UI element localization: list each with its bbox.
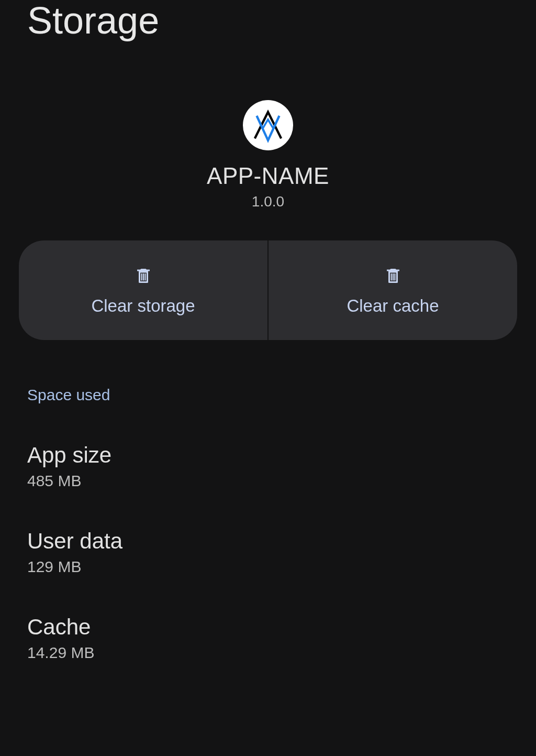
clear-storage-label: Clear storage bbox=[91, 296, 195, 316]
app-size-value: 485 MB bbox=[27, 472, 509, 490]
cache-value: 14.29 MB bbox=[27, 644, 509, 662]
list-item: Cache 14.29 MB bbox=[27, 615, 509, 662]
clear-cache-button[interactable]: Clear cache bbox=[269, 240, 517, 340]
action-row: Clear storage Clear cache bbox=[19, 240, 517, 340]
app-icon bbox=[243, 100, 293, 150]
app-header: APP-NAME 1.0.0 bbox=[0, 100, 536, 210]
user-data-value: 129 MB bbox=[27, 558, 509, 576]
app-size-label: App size bbox=[27, 443, 509, 468]
page-title: Storage bbox=[0, 0, 536, 41]
trash-icon bbox=[134, 265, 153, 286]
space-used-header: Space used bbox=[27, 386, 509, 404]
trash-icon bbox=[384, 265, 403, 286]
app-name: APP-NAME bbox=[207, 163, 329, 189]
list-item: App size 485 MB bbox=[27, 443, 509, 490]
cache-label: Cache bbox=[27, 615, 509, 640]
space-used-section: Space used App size 485 MB User data 129… bbox=[0, 386, 536, 662]
app-version: 1.0.0 bbox=[252, 193, 284, 210]
user-data-label: User data bbox=[27, 529, 509, 554]
clear-storage-button[interactable]: Clear storage bbox=[19, 240, 267, 340]
list-item: User data 129 MB bbox=[27, 529, 509, 576]
clear-cache-label: Clear cache bbox=[347, 296, 439, 316]
